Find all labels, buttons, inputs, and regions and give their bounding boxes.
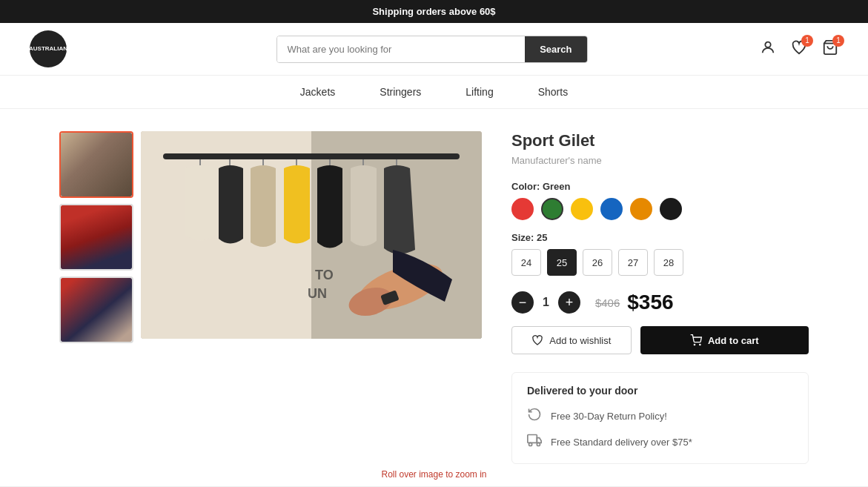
nav-item-stringers[interactable]: Stringers — [380, 86, 421, 98]
svg-rect-5 — [163, 153, 460, 159]
zoom-link[interactable]: Roll over image to zoom in — [381, 469, 486, 480]
svg-point-21 — [529, 443, 532, 445]
size-btn-26[interactable]: 26 — [583, 249, 612, 276]
zoom-hint: Roll over image to zoom in — [381, 469, 486, 480]
nav-item-shorts[interactable]: Shorts — [538, 86, 568, 98]
thumbnail-3[interactable] — [59, 276, 133, 343]
manufacturer-name: Manufacturer's name — [511, 155, 809, 166]
shipping-icon — [527, 433, 542, 451]
cart-badge: 1 — [832, 35, 844, 47]
nav-item-lifting[interactable]: Lifting — [466, 86, 493, 98]
header: AUSTRALIAN Search 1 1 — [0, 23, 868, 76]
color-swatch-yellow[interactable] — [571, 198, 593, 220]
delivery-shipping-text: Free Standard delivery over $75* — [551, 437, 692, 448]
returns-icon — [527, 407, 542, 425]
size-options: 24 25 26 27 28 — [511, 249, 809, 276]
svg-rect-20 — [528, 435, 537, 443]
main-image-wrapper: TO UN Roll over image to zoom in — [141, 131, 482, 464]
banner-text: Shipping orders above 60$ — [372, 6, 495, 17]
thumbnail-list — [59, 131, 133, 464]
top-banner: Shipping orders above 60$ — [0, 0, 868, 23]
delivery-shipping: Free Standard delivery over $75* — [527, 433, 793, 451]
logo[interactable]: AUSTRALIAN — [30, 30, 104, 67]
thumbnail-1[interactable] — [59, 131, 133, 198]
qty-decrease-button[interactable]: − — [511, 291, 534, 314]
color-label: Color: Green — [511, 181, 809, 192]
size-btn-25[interactable]: 25 — [547, 249, 577, 276]
heart-icon — [531, 334, 543, 346]
main-product-image: TO UN — [141, 131, 482, 339]
delivery-section: Delivered to your door Free 30-Day Retur… — [511, 372, 809, 464]
product-gallery: TO UN Roll over image to zoom in — [59, 131, 482, 464]
color-swatches — [511, 198, 809, 220]
sale-price: $356 — [627, 291, 673, 314]
size-section: Size: 25 24 25 26 27 28 — [511, 232, 809, 276]
wishlist-icon[interactable]: 1 — [791, 39, 807, 59]
product-details: Sport Gilet Manufacturer's name Color: G… — [511, 131, 809, 464]
thumbnail-2[interactable] — [59, 204, 133, 271]
color-swatch-blue[interactable] — [600, 198, 623, 220]
search-area: Search — [119, 36, 745, 63]
qty-increase-button[interactable]: + — [558, 291, 580, 314]
svg-text:TO: TO — [315, 268, 334, 282]
color-section: Color: Green — [511, 181, 809, 220]
product-title: Sport Gilet — [511, 131, 809, 150]
svg-point-22 — [537, 443, 540, 445]
wishlist-badge: 1 — [801, 35, 813, 47]
quantity-value: 1 — [543, 296, 549, 309]
size-btn-24[interactable]: 24 — [511, 249, 541, 276]
svg-point-18 — [694, 344, 695, 345]
search-input[interactable] — [277, 36, 526, 62]
quantity-control: − 1 + — [511, 291, 580, 314]
delivery-title: Delivered to your door — [527, 385, 793, 397]
color-swatch-green[interactable] — [541, 198, 563, 220]
account-icon[interactable] — [760, 39, 776, 59]
svg-text:UN: UN — [308, 286, 327, 301]
original-price: $406 — [595, 296, 620, 309]
header-icons: 1 1 — [760, 39, 838, 59]
cart-icon[interactable]: 1 — [822, 39, 838, 59]
delivery-returns: Free 30-Day Return Policy! — [527, 407, 793, 425]
add-to-cart-button[interactable]: Add to cart — [640, 326, 809, 354]
svg-point-0 — [765, 42, 770, 47]
action-buttons: Add to wishlist Add to cart — [511, 326, 809, 354]
nav-item-jackets[interactable]: Jackets — [300, 86, 335, 98]
size-btn-27[interactable]: 27 — [618, 249, 648, 276]
size-label: Size: 25 — [511, 232, 809, 243]
logo-image: AUSTRALIAN — [30, 30, 67, 67]
color-swatch-black[interactable] — [660, 198, 682, 220]
main-content: TO UN Roll over image to zoom in Sport G… — [0, 109, 868, 486]
color-swatch-red[interactable] — [511, 198, 534, 220]
price-area: $406 $356 — [595, 291, 674, 314]
cart-btn-icon — [690, 334, 702, 346]
wishlist-button[interactable]: Add to wishlist — [511, 326, 632, 354]
search-button[interactable]: Search — [525, 36, 586, 62]
search-form: Search — [276, 36, 588, 63]
price-qty-row: − 1 + $406 $356 — [511, 291, 809, 314]
color-swatch-orange[interactable] — [630, 198, 652, 220]
main-nav: Jackets Stringers Lifting Shorts — [0, 76, 868, 109]
delivery-returns-text: Free 30-Day Return Policy! — [551, 411, 667, 422]
svg-point-19 — [700, 344, 700, 345]
size-btn-28[interactable]: 28 — [654, 249, 683, 276]
